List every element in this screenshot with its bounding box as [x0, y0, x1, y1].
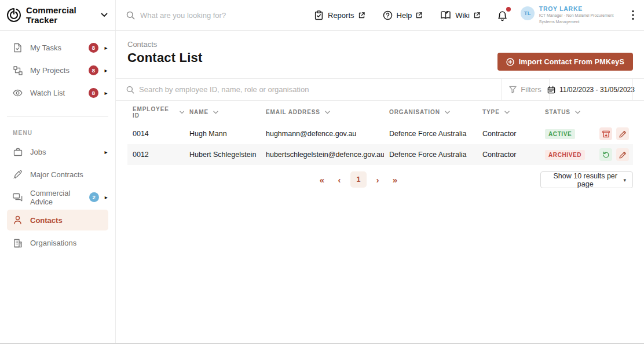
external-link-icon [416, 12, 422, 19]
eye-icon [13, 89, 23, 97]
column-header-name[interactable]: NAME [184, 109, 261, 115]
row-actions [594, 127, 633, 140]
menu-section-label: MENU [0, 123, 115, 141]
column-header-status[interactable]: STATUS [540, 109, 594, 115]
status-badge: ARCHIVED [545, 150, 585, 160]
top-header: Commercial Tracker Reports [0, 0, 644, 31]
edit-pencil-icon [619, 130, 627, 138]
cell-employee-id: 0014 [127, 130, 184, 138]
user-profile[interactable]: TL TROY LARKE ICT Manager - Non Materiel… [521, 5, 614, 24]
notification-dot [506, 7, 511, 12]
sidebar-item-jobs[interactable]: Jobs ▸ [0, 141, 115, 163]
import-contact-button[interactable]: Import Contact From PMKeyS [497, 53, 633, 71]
import-contact-label: Import Contact From PMKeyS [519, 58, 624, 66]
contacts-table: EMPLOYEE ID NAME EMAIL ADDRESS ORGANISAT… [127, 101, 633, 165]
sidebar-item-my-tasks[interactable]: My Tasks 8 ▸ [0, 36, 115, 59]
search-icon [126, 86, 134, 94]
count-badge: 8 [89, 43, 98, 53]
column-header-organisation[interactable]: ORGANISATION [384, 109, 477, 115]
archive-contact-button[interactable] [599, 127, 612, 140]
user-role: ICT Manager - Non Materiel Procurement S… [539, 13, 614, 24]
table-row[interactable]: 0014 Hugh Mann hughmann@defence.gov.au D… [127, 123, 633, 144]
edit-contact-button[interactable] [616, 127, 629, 140]
column-header-email[interactable]: EMAIL ADDRESS [261, 109, 384, 115]
cell-name: Hugh Mann [184, 130, 261, 138]
first-page-button[interactable]: « [316, 171, 328, 188]
search-icon [126, 11, 135, 20]
filters-button[interactable]: Filters [502, 79, 549, 100]
cell-organisation: Defence Force Australia [384, 130, 477, 138]
sidebar-item-my-projects[interactable]: My Projects 8 ▸ [0, 59, 115, 82]
calendar-icon [547, 86, 555, 94]
cell-type: Contractor [477, 130, 540, 138]
sort-chevron-icon [213, 111, 218, 114]
global-search [116, 0, 314, 30]
caret-right-icon: ▸ [104, 149, 108, 155]
results-per-page-label: Show 10 results per page [547, 172, 623, 188]
kebab-menu-icon[interactable] [632, 10, 634, 20]
app-brand[interactable]: Commercial Tracker [0, 0, 116, 30]
table-footer: « ‹ 1 › » Show 10 results per page ▾ [127, 171, 633, 189]
building-icon [13, 239, 23, 248]
sidebar-item-commercial-advice[interactable]: Commercial Advice 2 ▸ [0, 186, 115, 208]
external-link-icon [474, 12, 480, 19]
filters-label: Filters [521, 85, 541, 94]
sidebar-item-label: My Projects [30, 66, 69, 75]
results-per-page-dropdown[interactable]: Show 10 results per page ▾ [540, 171, 633, 188]
sidebar-item-major-contracts[interactable]: Major Contracts [0, 163, 115, 186]
edit-contact-button[interactable] [616, 148, 629, 161]
nav-wiki-label: Wiki [455, 11, 470, 20]
previous-page-button[interactable]: ‹ [333, 171, 346, 188]
funnel-icon [509, 86, 517, 93]
nav-help[interactable]: Help [383, 10, 423, 20]
notifications-bell[interactable] [496, 9, 508, 22]
chevron-down-icon[interactable] [101, 13, 108, 17]
table-row[interactable]: 0012 Hubert Schlegelstein hubertschlegel… [127, 144, 633, 165]
briefcase-icon [13, 148, 23, 156]
sidebar-item-watch-list[interactable]: Watch List 8 ▸ [0, 82, 115, 104]
chat-icon [13, 193, 23, 202]
app-logo-icon [6, 7, 21, 23]
nav-help-label: Help [397, 11, 412, 20]
count-badge: 8 [89, 65, 98, 75]
sidebar-item-contacts[interactable]: Contacts [7, 210, 108, 230]
plus-circle-icon [506, 58, 514, 66]
sort-chevron-icon [445, 111, 450, 114]
table-search-input[interactable] [139, 85, 382, 94]
row-actions [594, 148, 633, 161]
column-header-type[interactable]: TYPE [477, 109, 540, 115]
signature-pen-icon [13, 170, 23, 180]
current-page-button[interactable]: 1 [350, 171, 367, 188]
nav-reports[interactable]: Reports [314, 10, 365, 20]
global-search-input[interactable] [140, 11, 314, 20]
question-circle-icon [383, 10, 393, 20]
table-header-row: EMPLOYEE ID NAME EMAIL ADDRESS ORGANISAT… [127, 101, 633, 123]
column-header-employee-id[interactable]: EMPLOYEE ID [127, 106, 184, 119]
external-link-icon [358, 12, 365, 19]
breadcrumb: Contacts [127, 40, 157, 49]
date-range-value: 11/02/2023 - 31/05/2023 [559, 86, 635, 94]
sidebar: My Tasks 8 ▸ My Projects 8 ▸ Watch List … [0, 31, 116, 344]
sort-chevron-icon [325, 111, 330, 114]
clipboard-check-icon [314, 10, 324, 20]
table-search [116, 79, 501, 100]
sort-chevron-icon [504, 111, 510, 114]
caret-right-icon: ▸ [104, 67, 108, 74]
task-document-icon [13, 43, 23, 53]
cell-organisation: Defence Force Australia [384, 151, 477, 159]
restore-contact-button[interactable] [599, 148, 612, 161]
sidebar-item-organisations[interactable]: Organisations [0, 232, 115, 254]
next-page-button[interactable]: › [371, 171, 384, 188]
sidebar-item-label: Organisations [30, 239, 76, 247]
restore-icon [602, 151, 610, 159]
projects-nodes-icon [13, 66, 23, 75]
app-title: Commercial Tracker [26, 5, 101, 25]
caret-down-icon: ▾ [623, 177, 626, 183]
nav-wiki[interactable]: Wiki [440, 10, 480, 20]
avatar: TL [521, 6, 535, 20]
sidebar-item-label: Contacts [30, 216, 63, 225]
caret-right-icon: ▸ [104, 90, 108, 96]
last-page-button[interactable]: » [389, 171, 401, 188]
cell-name: Hubert Schlegelstein [184, 151, 261, 159]
date-range-picker[interactable]: 11/02/2023 - 31/05/2023 [550, 79, 632, 100]
